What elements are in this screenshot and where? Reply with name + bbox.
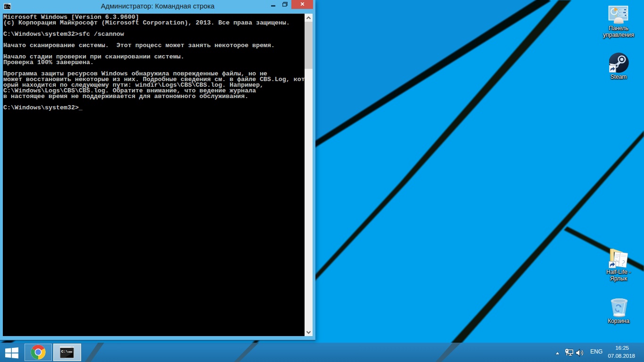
- svg-text:C:\: C:\: [5, 6, 10, 9]
- svg-text:C:\: C:\: [61, 349, 68, 354]
